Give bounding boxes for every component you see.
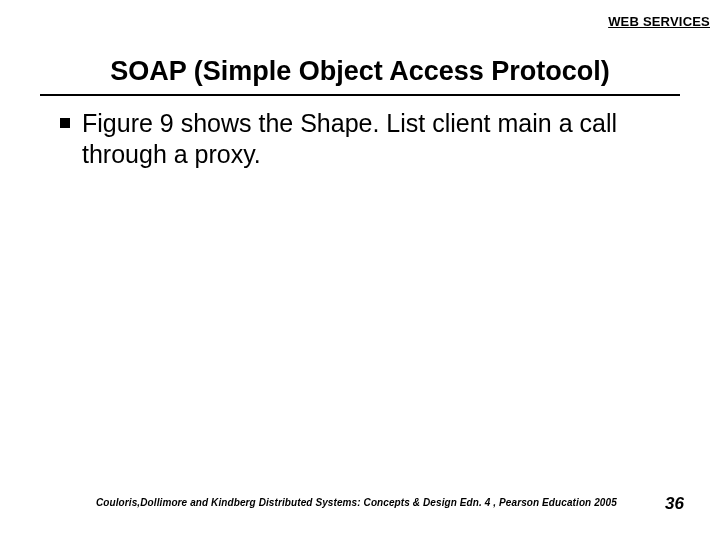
- header-section-label: WEB SERVICES: [608, 14, 710, 29]
- title-underline: [40, 94, 680, 96]
- list-item: Figure 9 shows the Shape. List client ma…: [60, 108, 680, 171]
- footer-citation: Couloris,Dollimore and Kindberg Distribu…: [96, 497, 617, 508]
- slide-title: SOAP (Simple Object Access Protocol): [0, 56, 720, 87]
- bullet-text: Figure 9 shows the Shape. List client ma…: [82, 108, 680, 171]
- page-number: 36: [665, 494, 684, 514]
- slide-body: Figure 9 shows the Shape. List client ma…: [60, 108, 680, 171]
- square-bullet-icon: [60, 118, 70, 128]
- slide: WEB SERVICES SOAP (Simple Object Access …: [0, 0, 720, 540]
